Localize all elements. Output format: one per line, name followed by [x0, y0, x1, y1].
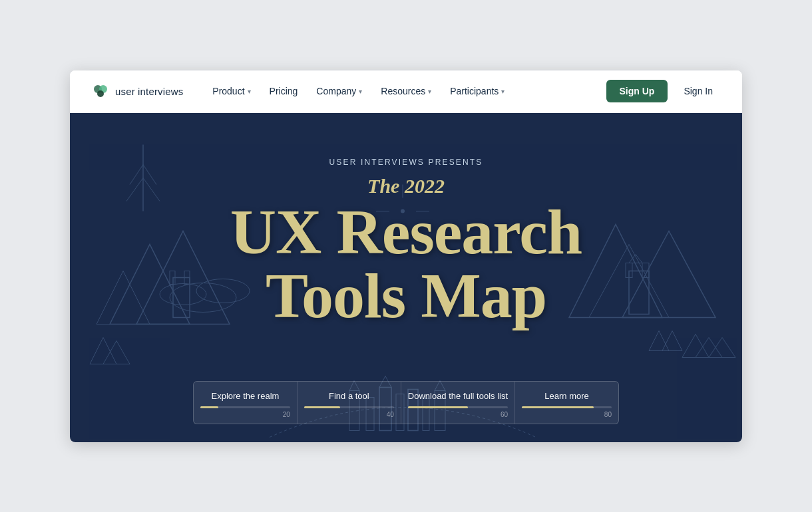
- svg-line-14: [126, 178, 143, 201]
- tab-item-2[interactable]: Download the full tools list 60: [401, 382, 515, 424]
- svg-marker-29: [649, 330, 669, 350]
- svg-marker-6: [90, 337, 116, 364]
- hero-content: USER INTERVIEWS PRESENTS The 2022 UX Res…: [217, 131, 595, 341]
- tab-bar: Explore the realm 20 Find a tool 40 Down…: [193, 381, 619, 424]
- tab-item-1[interactable]: Find a tool 40: [298, 382, 401, 424]
- hero-subtitle: USER INTERVIEWS PRESENTS: [230, 158, 582, 167]
- hero-title-line2: Tools Map: [266, 260, 546, 331]
- svg-marker-20: [622, 231, 715, 317]
- svg-line-12: [130, 164, 143, 184]
- tab-number: 40: [387, 411, 394, 418]
- svg-marker-3: [110, 244, 190, 324]
- browser-window: user interviews Product ▾ Pricing Compan…: [70, 70, 742, 442]
- logo-icon: [91, 82, 110, 100]
- svg-line-15: [143, 178, 160, 201]
- tab-item-3[interactable]: Learn more 80: [515, 382, 618, 424]
- logo-link[interactable]: user interviews: [91, 82, 183, 100]
- tab-label: Download the full tools list: [408, 391, 508, 401]
- tab-progress-fill: [408, 406, 468, 408]
- tab-progress-track: [200, 406, 290, 408]
- hero-title-line1: UX Research: [230, 196, 582, 267]
- tab-progress-track: [304, 406, 394, 408]
- svg-marker-7: [103, 340, 130, 364]
- tab-progress-fill: [522, 406, 594, 408]
- tab-label: Find a tool: [329, 391, 369, 401]
- tab-number: 80: [604, 411, 612, 418]
- hero-title: UX Research Tools Map: [230, 200, 582, 328]
- svg-marker-24: [709, 337, 735, 357]
- chevron-down-icon: ▾: [248, 88, 251, 95]
- svg-point-18: [160, 283, 206, 305]
- hero-section: USER INTERVIEWS PRESENTS The 2022 UX Res…: [70, 113, 742, 442]
- svg-marker-30: [662, 330, 682, 350]
- nav-product[interactable]: Product ▾: [204, 82, 258, 100]
- tab-progress-track: [408, 406, 508, 408]
- chevron-down-icon: ▾: [428, 88, 431, 95]
- nav-pricing[interactable]: Pricing: [262, 82, 306, 100]
- tab-progress-fill: [200, 406, 218, 408]
- tab-number: 20: [283, 411, 290, 418]
- logo-text: user interviews: [115, 86, 183, 97]
- tab-progress-fill: [304, 406, 340, 408]
- svg-point-2: [97, 90, 104, 97]
- chevron-down-icon: ▾: [501, 88, 505, 95]
- tab-label: Explore the realm: [212, 391, 280, 401]
- tab-number: 60: [501, 411, 508, 418]
- nav-resources[interactable]: Resources ▾: [373, 82, 439, 100]
- tab-label: Learn more: [544, 391, 588, 401]
- hero-year: The 2022: [230, 175, 582, 197]
- chevron-down-icon: ▾: [359, 88, 362, 95]
- nav-actions: Sign Up Sign In: [606, 80, 721, 102]
- tab-progress-track: [522, 406, 612, 408]
- signup-button[interactable]: Sign Up: [606, 80, 668, 102]
- nav-company[interactable]: Company ▾: [308, 82, 370, 100]
- tab-item-0[interactable]: Explore the realm 20: [194, 382, 298, 424]
- nav-links: Product ▾ Pricing Company ▾ Resources ▾ …: [204, 82, 606, 100]
- navbar: user interviews Product ▾ Pricing Compan…: [70, 70, 742, 113]
- signin-button[interactable]: Sign In: [676, 80, 721, 102]
- nav-participants[interactable]: Participants ▾: [442, 82, 512, 100]
- svg-marker-22: [682, 334, 709, 357]
- svg-line-13: [143, 164, 156, 184]
